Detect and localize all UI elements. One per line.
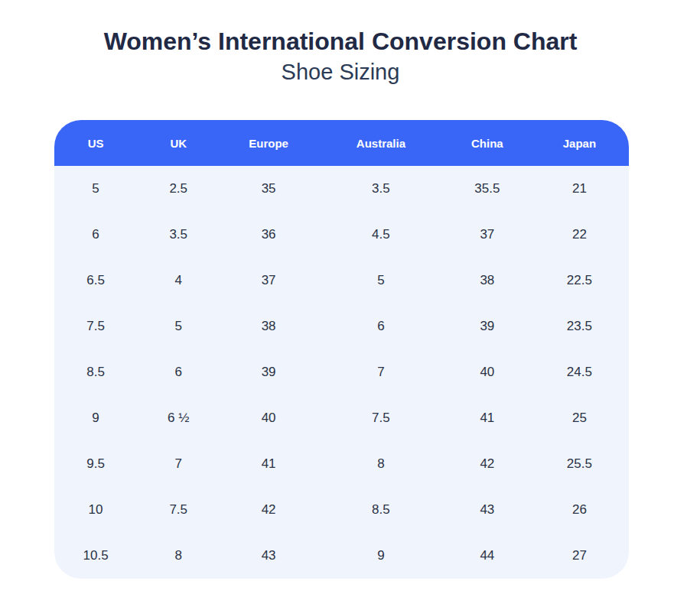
table-cell: 38 — [220, 319, 317, 334]
table-row: 6.543753822.5 — [54, 258, 629, 303]
page-subtitle: Shoe Sizing — [0, 60, 681, 85]
table-cell: 40 — [220, 411, 317, 426]
table-cell: 37 — [220, 273, 317, 288]
table-cell: 43 — [444, 502, 530, 518]
column-header-australia: Australia — [317, 137, 444, 150]
table-cell: 26 — [530, 502, 629, 518]
column-header-us: US — [54, 137, 137, 150]
table-cell: 3.5 — [317, 181, 444, 196]
table-cell: 7.5 — [137, 502, 220, 518]
column-header-china: China — [444, 137, 530, 150]
table-body: 52.5353.535.52163.5364.537226.543753822.… — [54, 166, 629, 579]
table-cell: 5 — [137, 319, 220, 334]
table-row: 52.5353.535.521 — [54, 166, 629, 212]
page: Women’s International Conversion Chart S… — [0, 0, 681, 85]
table-cell: 25.5 — [530, 456, 629, 472]
table-cell: 3.5 — [137, 227, 220, 242]
table-row: 63.5364.53722 — [54, 212, 629, 258]
table-row: 10.584394427 — [54, 533, 629, 579]
table-cell: 36 — [220, 227, 317, 242]
table-cell: 9 — [54, 411, 137, 426]
table-cell: 2.5 — [137, 181, 220, 196]
table-cell: 23.5 — [530, 319, 629, 334]
table-row: 7.553863923.5 — [54, 303, 629, 349]
table-cell: 8 — [137, 548, 220, 563]
column-header-europe: Europe — [220, 137, 317, 150]
table-cell: 41 — [444, 411, 530, 426]
table-cell: 7.5 — [54, 319, 137, 334]
table-row: 8.563974024.5 — [54, 349, 629, 395]
table-cell: 6 ½ — [137, 411, 220, 426]
table-cell: 6 — [54, 227, 137, 242]
table-row: 9.574184225.5 — [54, 441, 629, 487]
table-cell: 6 — [317, 319, 444, 334]
table-cell: 25 — [530, 411, 629, 426]
table-cell: 10 — [54, 502, 137, 518]
table-cell: 22 — [530, 227, 629, 242]
table-cell: 37 — [444, 227, 530, 242]
table-cell: 24.5 — [530, 365, 629, 380]
table-row: 107.5428.54326 — [54, 487, 629, 533]
table-cell: 22.5 — [530, 273, 629, 288]
table-cell: 40 — [444, 365, 530, 380]
table-cell: 5 — [54, 181, 137, 196]
table-cell: 4.5 — [317, 227, 444, 242]
table-cell: 9.5 — [54, 456, 137, 472]
table-cell: 4 — [137, 273, 220, 288]
table-cell: 27 — [530, 548, 629, 563]
conversion-table: USUKEuropeAustraliaChinaJapan 52.5353.53… — [54, 120, 629, 579]
table-cell: 39 — [444, 319, 530, 334]
table-cell: 9 — [317, 548, 444, 563]
table-cell: 7 — [137, 456, 220, 472]
table-cell: 7 — [317, 365, 444, 380]
table-cell: 10.5 — [54, 548, 137, 563]
table-cell: 8.5 — [54, 365, 137, 380]
column-header-uk: UK — [137, 137, 220, 150]
table-cell: 8 — [317, 456, 444, 472]
table-cell: 6 — [137, 365, 220, 380]
table-cell: 6.5 — [54, 273, 137, 288]
page-title: Women’s International Conversion Chart — [0, 28, 681, 56]
table-cell: 42 — [444, 456, 530, 472]
table-cell: 44 — [444, 548, 530, 563]
table-cell: 38 — [444, 273, 530, 288]
table-cell: 35 — [220, 181, 317, 196]
table-header-row: USUKEuropeAustraliaChinaJapan — [54, 120, 629, 166]
table-cell: 43 — [220, 548, 317, 563]
table-cell: 7.5 — [317, 411, 444, 426]
table-cell: 21 — [530, 181, 629, 196]
column-header-japan: Japan — [530, 137, 629, 150]
table-cell: 39 — [220, 365, 317, 380]
table-cell: 41 — [220, 456, 317, 472]
table-cell: 8.5 — [317, 502, 444, 518]
table-cell: 35.5 — [444, 181, 530, 196]
table-cell: 5 — [317, 273, 444, 288]
table-cell: 42 — [220, 502, 317, 518]
table-row: 96 ½407.54125 — [54, 395, 629, 441]
